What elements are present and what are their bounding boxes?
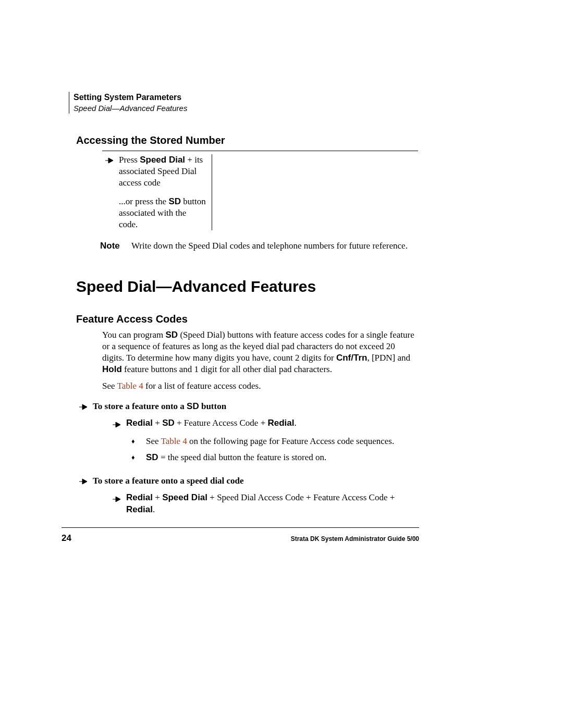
- step-redial-speed-dial: Redial + Speed Dial + Speed Dial Access …: [113, 491, 418, 515]
- paragraph-see-table: See Table 4 for a list of feature access…: [102, 380, 418, 392]
- instruction-text-alt: ...or press the SD button associated wit…: [119, 196, 206, 230]
- heading-feature-access-codes: Feature Access Codes: [76, 313, 418, 325]
- section-rule: [102, 151, 418, 151]
- instruction-text: Press Speed Dial + its associated Speed …: [119, 154, 206, 189]
- crossref-table-4[interactable]: Table 4: [161, 436, 187, 446]
- note-label: Note: [100, 240, 131, 252]
- heading-accessing-stored-number: Accessing the Stored Number: [76, 134, 418, 146]
- sub-bullet-sd-def: ♦ SD = the speed dial button the feature…: [131, 451, 418, 463]
- step-redial-sd: Redial + SD + Feature Access Code + Redi…: [113, 417, 418, 431]
- footer-rule: [62, 527, 419, 528]
- arrow-icon: [79, 402, 89, 413]
- step-text: Redial + Speed Dial + Speed Dial Access …: [126, 491, 418, 515]
- footer-row: 24 Strata DK System Administrator Guide …: [62, 533, 419, 544]
- paragraph-intro: You can program SD (Speed Dial) buttons …: [102, 329, 418, 375]
- right-empty-column: [212, 154, 418, 230]
- two-column-block: Press Speed Dial + its associated Speed …: [69, 154, 418, 230]
- step-text: Redial + SD + Feature Access Code + Redi…: [126, 417, 297, 429]
- sub-bullet-text: See Table 4 on the following page for Fe…: [146, 435, 394, 447]
- running-header: Setting System Parameters Speed Dial—Adv…: [69, 92, 418, 114]
- diamond-icon: ♦: [131, 451, 139, 463]
- arrow-icon: [113, 493, 122, 505]
- arrow-icon: [79, 477, 89, 487]
- note-text: Write down the Speed Dial codes and tele…: [131, 240, 408, 252]
- heading-speed-dial-advanced: Speed Dial—Advanced Features: [76, 278, 418, 295]
- procedure-label: To store a feature onto a speed dial cod…: [93, 476, 244, 486]
- instruction-step: Press Speed Dial + its associated Speed …: [105, 154, 206, 189]
- footer-title: Strata DK System Administrator Guide 5/0…: [291, 535, 419, 542]
- procedure-heading-sd-button: To store a feature onto a SD button: [79, 400, 418, 413]
- header-chapter: Setting System Parameters: [74, 92, 418, 103]
- procedure-heading-speed-dial-code: To store a feature onto a speed dial cod…: [79, 475, 418, 487]
- sub-bullet-see-table: ♦ See Table 4 on the following page for …: [131, 435, 418, 447]
- crossref-table-4[interactable]: Table 4: [117, 381, 143, 391]
- page-body: Setting System Parameters Speed Dial—Adv…: [69, 92, 418, 519]
- arrow-icon: [105, 156, 115, 166]
- sub-bullet-text: SD = the speed dial button the feature i…: [146, 451, 326, 463]
- page-footer: 24 Strata DK System Administrator Guide …: [62, 527, 419, 544]
- left-instruction-column: Press Speed Dial + its associated Speed …: [69, 154, 212, 230]
- note-block: Note Write down the Speed Dial codes and…: [100, 240, 418, 252]
- procedure-label: To store a feature onto a SD button: [93, 401, 226, 412]
- arrow-icon: [113, 419, 122, 431]
- header-section: Speed Dial—Advanced Features: [74, 103, 418, 114]
- page-number: 24: [62, 533, 71, 544]
- diamond-icon: ♦: [131, 435, 139, 447]
